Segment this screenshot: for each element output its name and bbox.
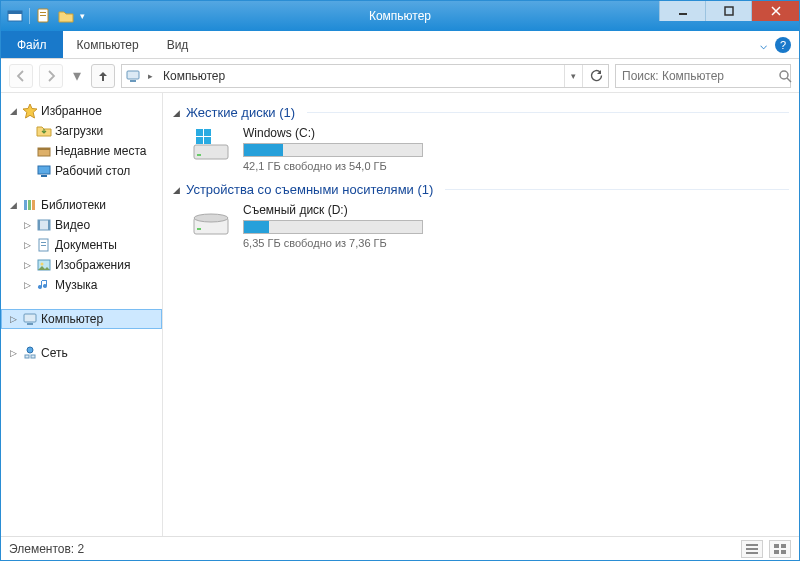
window-controls: [659, 1, 799, 31]
expand-icon[interactable]: ▷: [21, 260, 33, 270]
forward-button[interactable]: [39, 64, 63, 88]
tab-computer[interactable]: Компьютер: [63, 31, 153, 58]
expand-icon[interactable]: ▷: [21, 220, 33, 230]
search-box[interactable]: [615, 64, 791, 88]
collapse-icon[interactable]: ◢: [7, 200, 19, 210]
search-icon[interactable]: [778, 69, 792, 83]
tab-view[interactable]: Вид: [153, 31, 203, 58]
libraries-icon: [21, 197, 39, 213]
svg-point-27: [27, 347, 33, 353]
sidebar-item-recent[interactable]: Недавние места: [1, 141, 162, 161]
file-tab[interactable]: Файл: [1, 31, 63, 58]
expand-icon[interactable]: ▷: [21, 280, 33, 290]
minimize-button[interactable]: [659, 1, 705, 21]
sidebar-item-downloads[interactable]: Загрузки: [1, 121, 162, 141]
divider: [307, 112, 789, 113]
svg-rect-16: [32, 200, 35, 210]
sidebar-item-documents[interactable]: ▷Документы: [1, 235, 162, 255]
sidebar-item-pictures[interactable]: ▷Изображения: [1, 255, 162, 275]
refresh-button[interactable]: [582, 65, 608, 87]
collapse-icon[interactable]: ◢: [173, 108, 180, 118]
svg-rect-21: [41, 242, 46, 243]
collapse-icon[interactable]: ◢: [173, 185, 180, 195]
svg-rect-13: [41, 175, 47, 177]
drive-item-c[interactable]: Windows (C:) 42,1 ГБ свободно из 54,0 ГБ: [189, 126, 789, 172]
svg-rect-8: [130, 80, 136, 82]
svg-rect-29: [31, 355, 35, 358]
group-header-removable[interactable]: ◢ Устройства со съемными носителями (1): [173, 182, 789, 197]
svg-rect-31: [197, 154, 201, 156]
sidebar-libraries[interactable]: ◢ Библиотеки: [1, 195, 162, 215]
svg-rect-22: [41, 245, 46, 246]
svg-rect-6: [725, 7, 733, 15]
view-icons-button[interactable]: [769, 540, 791, 558]
sidebar-item-music[interactable]: ▷Музыка: [1, 275, 162, 295]
video-library-icon: [35, 217, 53, 233]
ribbon: Файл Компьютер Вид ⌵ ?: [1, 31, 799, 59]
group-title: Жесткие диски (1): [186, 105, 295, 120]
content-pane: ◢ Жесткие диски (1) Windows (C:) 42,1 ГБ…: [163, 93, 799, 536]
svg-rect-11: [38, 148, 50, 150]
address-dropdown-icon[interactable]: ▾: [564, 65, 582, 87]
svg-rect-32: [196, 129, 203, 136]
view-details-button[interactable]: [741, 540, 763, 558]
status-bar: Элементов: 2: [1, 536, 799, 560]
svg-rect-30: [194, 145, 228, 159]
titlebar: ▾ Компьютер: [1, 1, 799, 31]
ribbon-expand-icon[interactable]: ⌵: [760, 38, 767, 52]
svg-rect-28: [25, 355, 29, 358]
sidebar-item-videos[interactable]: ▷Видео: [1, 215, 162, 235]
expand-icon[interactable]: ▷: [7, 314, 19, 324]
svg-rect-35: [204, 137, 211, 144]
group-header-hdd[interactable]: ◢ Жесткие диски (1): [173, 105, 789, 120]
svg-rect-41: [746, 552, 758, 554]
svg-rect-12: [38, 166, 50, 174]
sidebar-computer[interactable]: ▷ Компьютер: [1, 309, 162, 329]
navigation-bar: ▾ ▸ Компьютер ▾: [1, 59, 799, 93]
capacity-bar: [243, 143, 423, 157]
properties-icon[interactable]: [36, 8, 52, 24]
star-icon: [21, 103, 39, 119]
svg-point-37: [194, 214, 228, 222]
sidebar-item-desktop[interactable]: Рабочий стол: [1, 161, 162, 181]
svg-rect-43: [781, 544, 786, 548]
svg-rect-26: [27, 323, 33, 325]
svg-rect-15: [28, 200, 31, 210]
drive-free-text: 42,1 ГБ свободно из 54,0 ГБ: [243, 160, 423, 172]
svg-rect-5: [679, 13, 687, 15]
computer-label: Компьютер: [41, 312, 103, 326]
svg-point-24: [41, 263, 44, 266]
sidebar-favorites[interactable]: ◢ Избранное: [1, 101, 162, 121]
network-icon: [21, 345, 39, 361]
svg-rect-45: [781, 550, 786, 554]
maximize-button[interactable]: [705, 1, 751, 21]
drive-name: Windows (C:): [243, 126, 423, 140]
removable-disk-icon: [189, 203, 233, 243]
new-folder-icon[interactable]: [58, 8, 74, 24]
breadcrumb-chevron-icon[interactable]: ▸: [144, 71, 157, 81]
svg-rect-39: [746, 544, 758, 546]
search-input[interactable]: [616, 69, 778, 83]
body: ◢ Избранное Загрузки Недавние места Рабо…: [1, 93, 799, 536]
help-button[interactable]: ?: [775, 37, 791, 53]
back-button[interactable]: [9, 64, 33, 88]
expand-icon[interactable]: ▷: [7, 348, 19, 358]
collapse-icon[interactable]: ◢: [7, 106, 19, 116]
app-icon: [7, 8, 23, 24]
svg-rect-34: [196, 137, 203, 144]
address-bar[interactable]: ▸ Компьютер ▾: [121, 64, 609, 88]
group-title: Устройства со съемными носителями (1): [186, 182, 433, 197]
close-button[interactable]: [751, 1, 799, 21]
svg-rect-3: [40, 12, 46, 13]
up-button[interactable]: [91, 64, 115, 88]
expand-icon[interactable]: ▷: [21, 240, 33, 250]
history-dropdown[interactable]: ▾: [69, 64, 85, 88]
drive-item-d[interactable]: Съемный диск (D:) 6,35 ГБ свободно из 7,…: [189, 203, 789, 249]
qat-separator: [29, 8, 30, 24]
svg-point-9: [780, 71, 788, 79]
svg-rect-42: [774, 544, 779, 548]
explorer-window: ▾ Компьютер Файл Компьютер Вид ⌵ ? ▾ ▸ К…: [0, 0, 800, 561]
breadcrumb-computer[interactable]: Компьютер: [157, 65, 232, 87]
qat-dropdown-icon[interactable]: ▾: [80, 11, 85, 21]
sidebar-network[interactable]: ▷ Сеть: [1, 343, 162, 363]
